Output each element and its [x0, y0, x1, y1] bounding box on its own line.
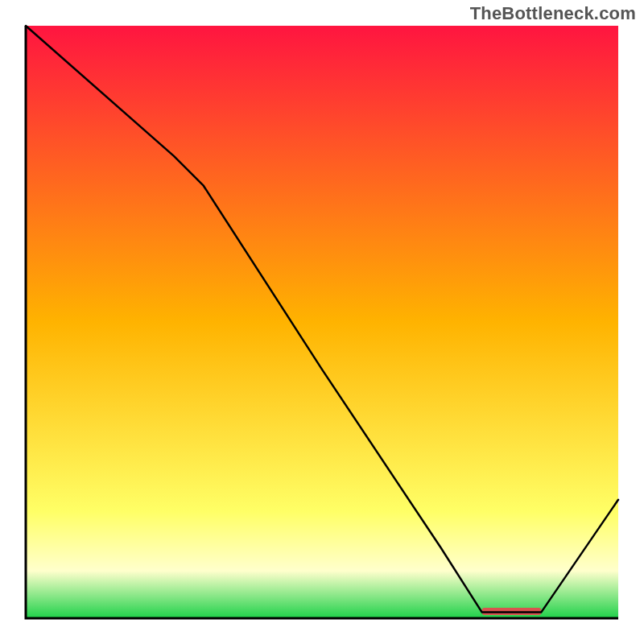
bottleneck-chart [24, 24, 620, 620]
chart-area [24, 24, 620, 620]
chart-wrapper: TheBottleneck.com [0, 0, 644, 644]
gradient-background [26, 26, 618, 618]
attribution-link[interactable]: TheBottleneck.com [470, 3, 636, 24]
